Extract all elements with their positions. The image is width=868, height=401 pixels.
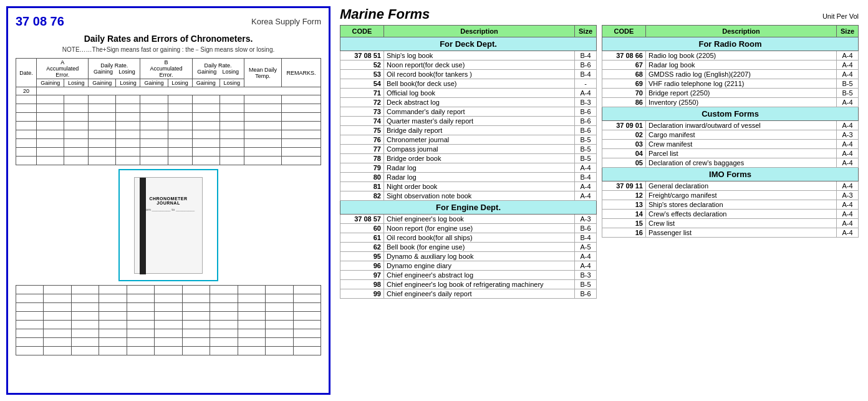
list-item: 14Crew's effects declarationA-4 xyxy=(602,210,859,219)
list-item: 53Oil record book(for tankers )B-4 xyxy=(340,70,597,79)
table-row xyxy=(16,286,321,294)
left-panel: 37 08 76 Korea Supply Form Daily Rates a… xyxy=(6,6,330,395)
list-item: 68GMDSS radio log (English)(2207)A-4 xyxy=(602,70,859,79)
chronometer-table: Date. AAccumulatedError. Daily Rate.Gain… xyxy=(16,58,321,165)
rh-size: Size xyxy=(837,26,859,37)
col-a: AAccumulatedError. xyxy=(37,59,89,79)
col-a-gaining: Gaining xyxy=(37,79,64,87)
list-item: 67Radar log bookA-4 xyxy=(602,60,859,70)
rh-desc: Description xyxy=(646,26,837,37)
table-row xyxy=(16,303,321,312)
lh-size: Size xyxy=(575,26,597,37)
col-b-losing: Losing xyxy=(168,79,192,87)
list-item: 05Declaration of crew's baggagesA-4 xyxy=(602,158,859,168)
table-row xyxy=(16,148,321,157)
section-header: IMO Forms xyxy=(602,168,859,181)
table-row xyxy=(16,338,321,347)
list-item: 86Inventory (2550)A-4 xyxy=(602,98,859,107)
list-item: 71Official log bookA-4 xyxy=(340,89,597,98)
list-item: 37 09 01Declaration inward/outward of ve… xyxy=(602,121,859,130)
list-item: 37 08 51Ship's log bookB-4 xyxy=(340,51,597,60)
col-dr1-gaining: Gaining xyxy=(89,79,116,87)
right-catalog: CODE Description Size For Radio Room37 0… xyxy=(602,25,859,299)
list-item: 13Ship's stores declarationA-4 xyxy=(602,200,859,210)
table-row xyxy=(16,347,321,355)
list-item: 79Radar logA-4 xyxy=(340,163,597,173)
table-row xyxy=(16,294,321,303)
left-catalog-table: CODE Description Size For Deck Dept.37 0… xyxy=(340,25,597,299)
main-catalog-layout: CODE Description Size For Deck Dept.37 0… xyxy=(340,25,859,299)
table-row xyxy=(16,312,321,321)
list-item: 82Sight observation note bookA-4 xyxy=(340,191,597,201)
supply-form-label: Korea Supply Form xyxy=(251,17,321,26)
list-item: 99Chief engineer's daily reportB-6 xyxy=(340,289,597,299)
col-a-losing: Losing xyxy=(64,79,89,87)
section-header: For Radio Room xyxy=(602,37,859,51)
list-item: 81Night order bookA-4 xyxy=(340,182,597,191)
table-row xyxy=(16,95,321,104)
list-item: 54Bell book(for deck use)- xyxy=(340,79,597,89)
list-item: 96Dynamo engine diaryA-4 xyxy=(340,261,597,271)
list-item: 78Bridge order bookB-5 xyxy=(340,154,597,163)
list-item: 73Commander's daily reportB-6 xyxy=(340,107,597,117)
form-title: Daily Rates and Errors of Chronometers. xyxy=(16,34,321,44)
col-date: Date. xyxy=(16,59,37,87)
col-dr1-losing: Losing xyxy=(116,79,140,87)
list-item: 77Compass journalB-5 xyxy=(340,145,597,154)
rh-code: CODE xyxy=(602,26,646,37)
list-item: 52Noon report(for deck use)B-6 xyxy=(340,60,597,70)
form-note: NOTE……The+Sign means fast or gaining : t… xyxy=(16,46,321,54)
book-preview: CHRONOMETER JOURNAL From _________ to __… xyxy=(118,169,218,281)
section-header: For Deck Dept. xyxy=(340,37,597,51)
table-row xyxy=(16,130,321,139)
chrono-table-bottom xyxy=(16,285,321,355)
list-item: 12Freight/cargo manifestA-3 xyxy=(602,191,859,200)
book-label: CHRONOMETER JOURNAL xyxy=(138,196,199,205)
list-item: 16Passenger listA-4 xyxy=(602,228,859,238)
list-item: 95Dynamo & auxiliary log bookA-4 xyxy=(340,252,597,261)
col-b: BAccumulatedError. xyxy=(140,59,192,79)
section-header: For Engine Dept. xyxy=(340,201,597,215)
col-dr2-gaining: Gaining xyxy=(192,79,219,87)
lh-code: CODE xyxy=(340,26,384,37)
list-item: 70Bridge report (2250)B-5 xyxy=(602,89,859,98)
unit-label: Unit Per Vol xyxy=(822,12,859,20)
list-item: 37 08 57Chief engineer's log bookA-3 xyxy=(340,215,597,224)
list-item: 69VHF radio telephone log (2211)B-5 xyxy=(602,79,859,89)
table-row xyxy=(16,122,321,130)
col-remarks: REMARKS. xyxy=(282,59,321,87)
left-catalog: CODE Description Size For Deck Dept.37 0… xyxy=(340,25,597,299)
list-item: 76Chronometer journalB-5 xyxy=(340,135,597,145)
book-line: From _________ to _________ xyxy=(142,208,195,211)
col-daily-rate-1: Daily Rate.GainingLosing xyxy=(89,59,140,79)
col-daily-rate-2: Daily Rate.GainingLosing xyxy=(192,59,244,79)
list-item: 37 08 66Radio log book (2205)A-4 xyxy=(602,51,859,60)
list-item: 80Radar logB-4 xyxy=(340,173,597,182)
table-row xyxy=(16,139,321,148)
lh-desc: Description xyxy=(384,26,575,37)
form-code: 37 08 76 xyxy=(16,14,64,29)
book-spine xyxy=(140,178,146,274)
list-item: 04Parcel listA-4 xyxy=(602,149,859,158)
list-item: 02Cargo manifestA-3 xyxy=(602,130,859,140)
col-b-gaining: Gaining xyxy=(140,79,168,87)
list-item: 61Oil record book(for all ships)B-4 xyxy=(340,233,597,243)
table-row xyxy=(16,329,321,338)
marine-title: Marine Forms xyxy=(340,6,430,22)
table-row xyxy=(16,104,321,113)
year-cell: 20 xyxy=(16,87,37,95)
list-item: 98Chief engineer's log book of refrigera… xyxy=(340,280,597,289)
list-item: 62Bell book (for engine use)A-5 xyxy=(340,243,597,252)
list-item: 37 09 11General declarationA-4 xyxy=(602,181,859,191)
book-inner: CHRONOMETER JOURNAL From _________ to __… xyxy=(134,177,203,274)
table-row xyxy=(16,113,321,122)
section-header: Custom Forms xyxy=(602,107,859,121)
list-item: 60Noon report (for engine use)B-6 xyxy=(340,224,597,233)
table-row xyxy=(16,157,321,165)
list-item: 03Crew manifestA-4 xyxy=(602,140,859,149)
col-mean-daily: Mean DailyTemp. xyxy=(244,59,281,87)
list-item: 72Deck abstract logB-3 xyxy=(340,98,597,107)
col-dr2-losing: Losing xyxy=(219,79,244,87)
right-catalog-table: CODE Description Size For Radio Room37 0… xyxy=(602,25,859,238)
list-item: 74Quarter master's daily reportB-6 xyxy=(340,117,597,126)
